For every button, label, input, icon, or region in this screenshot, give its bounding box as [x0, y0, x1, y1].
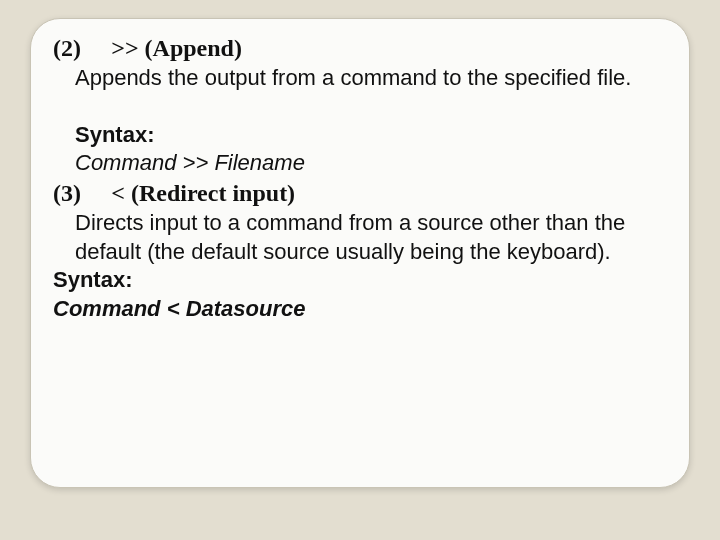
item-3-number: (3) [53, 180, 81, 206]
content-card: (2) >> (Append) Appends the output from … [30, 18, 690, 488]
item-2-operator: >> (Append) [111, 35, 242, 61]
item-2-header: (2) >> (Append) [53, 33, 669, 64]
item-2-syntax-label: Syntax: [53, 121, 669, 150]
item-3-header: (3) < (Redirect input) [53, 178, 669, 209]
item-2-number: (2) [53, 35, 81, 61]
item-3-syntax: Command < Datasource [53, 295, 669, 324]
item-3-operator: < (Redirect input) [111, 180, 295, 206]
item-2-description: Appends the output from a command to the… [53, 64, 669, 93]
item-3-description: Directs input to a command from a source… [53, 209, 669, 266]
item-2-syntax: Command >> Filename [53, 149, 669, 178]
item-3-syntax-label: Syntax: [53, 266, 669, 295]
